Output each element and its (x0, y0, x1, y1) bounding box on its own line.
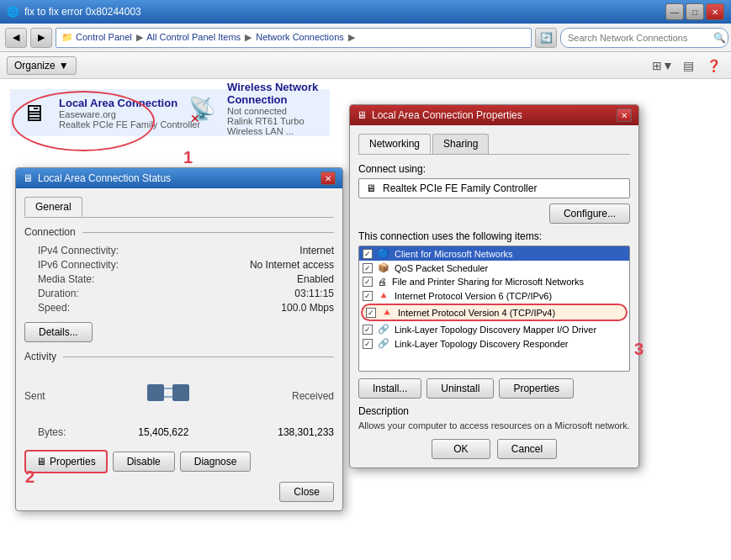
address-bar: ◀ ▶ 📁 Control Panel ▶ All Control Panel … (0, 24, 731, 52)
list-item-qos[interactable]: 📦 QoS Packet Scheduler (359, 261, 629, 275)
details-button[interactable]: Details... (24, 322, 93, 342)
ipv6-value: No Internet access (250, 259, 334, 271)
preview-icon[interactable]: ▤ (677, 55, 699, 77)
sent-bytes: 15,405,622 (138, 426, 188, 438)
items-list: 🔵 Client for Microsoft Networks 📦 QoS Pa… (358, 246, 630, 372)
item-label-client: Client for Microsoft Networks (395, 249, 513, 259)
organize-button[interactable]: Organize ▼ (7, 56, 77, 75)
status-dialog-body: General Connection IPv4 Connectivity: In… (16, 188, 342, 510)
network-icon-local: 🖥 (17, 96, 50, 129)
props-tabs: Networking Sharing (358, 134, 630, 155)
diagnose-button[interactable]: Diagnose (180, 452, 252, 472)
media-row: Media State: Enabled (24, 273, 334, 285)
list-item-topology-responder[interactable]: 🔗 Link-Layer Topology Discovery Responde… (359, 336, 629, 351)
breadcrumb: 📁 Control Panel ▶ All Control Panel Item… (61, 32, 357, 43)
adapter-name: Realtek PCIe FE Family Controller (383, 182, 537, 194)
props-dialog: 🖥 Local Area Connection Properties ✕ Net… (349, 104, 639, 468)
item-icon-topology-responder: 🔗 (378, 338, 389, 349)
speed-value: 100.0 Mbps (281, 302, 334, 314)
forward-button[interactable]: ▶ (30, 28, 52, 48)
checkbox-qos[interactable] (363, 263, 373, 273)
ok-cancel-row: OK Cancel (358, 439, 630, 459)
list-item-fileprint[interactable]: 🖨 File and Printer Sharing for Microsoft… (359, 275, 629, 288)
title-bar: 🌐 fix to fix error 0x80244003 — □ ✕ (0, 0, 731, 24)
status-dialog-titlebar: 🖥 Local Area Connection Status ✕ (16, 168, 342, 188)
ipv4-label: IPv4 Connectivity: (38, 245, 119, 256)
checkbox-ipv4[interactable] (366, 308, 376, 318)
description-text: Allows your computer to access resources… (358, 420, 630, 431)
refresh-button[interactable]: 🔄 (535, 28, 557, 48)
description-section: Description Allows your computer to acce… (358, 405, 630, 431)
speed-label: Speed: (38, 302, 70, 314)
install-button[interactable]: Install... (358, 378, 421, 399)
received-label: Received (292, 390, 334, 402)
list-item-ipv6[interactable]: 🔺 Internet Protocol Version 6 (TCP/IPv6) (359, 288, 629, 303)
ipv6-row: IPv6 Connectivity: No Internet access (24, 259, 334, 271)
organize-label: Organize (14, 60, 56, 71)
iiu-row: Install... Uninstall Properties (358, 378, 630, 399)
cancel-button[interactable]: Cancel (497, 439, 557, 459)
item-properties-button[interactable]: Properties (499, 378, 574, 399)
checkbox-topology-responder[interactable] (363, 339, 373, 349)
checkbox-client[interactable] (363, 249, 373, 259)
uninstall-button[interactable]: Uninstall (426, 378, 494, 399)
checkbox-topology-mapper[interactable] (363, 325, 373, 335)
tab-general[interactable]: General (24, 197, 82, 217)
help-icon[interactable]: ❓ (702, 55, 724, 77)
toolbar-right: ⊞▼ ▤ ❓ (652, 55, 724, 77)
main-content: 1 🖥 Local Area Connection Easeware.org R… (0, 79, 731, 560)
checkbox-ipv6[interactable] (363, 291, 373, 301)
status-dialog: 🖥 Local Area Connection Status ✕ General… (15, 167, 343, 511)
status-dialog-title: Local Area Connection Status (38, 172, 171, 184)
minimize-button[interactable]: — (665, 3, 684, 20)
duration-row: Duration: 03:11:15 (24, 288, 334, 299)
item-icon-topology-mapper: 🔗 (378, 324, 389, 335)
ok-button[interactable]: OK (432, 439, 490, 459)
list-item-ipv4[interactable]: 🔺 Internet Protocol Version 4 (TCP/IPv4) (361, 304, 628, 321)
checkbox-fileprint[interactable] (363, 277, 373, 287)
activity-arrows-svg (143, 376, 193, 409)
wireless-connection-item[interactable]: 📡 ✕ Wireless Network Connection Not conn… (178, 74, 330, 143)
properties-button[interactable]: 🖥 Properties (24, 450, 108, 473)
props-dialog-close[interactable]: ✕ (617, 108, 632, 122)
status-dialog-icon: 🖥 (23, 172, 33, 184)
media-value: Enabled (297, 273, 334, 285)
bottom-buttons: 🖥 Properties Disable Diagnose (24, 450, 334, 473)
annotation-1: 1 (183, 148, 193, 167)
view-options-icon[interactable]: ⊞▼ (652, 55, 674, 77)
bytes-label: Bytes: (38, 426, 66, 438)
props-dialog-title: Local Area Connection Properties (372, 109, 522, 121)
adapter-icon: 🖥 (366, 182, 376, 194)
annotation-2: 2 (25, 468, 34, 487)
tab-sharing[interactable]: Sharing (432, 134, 489, 154)
configure-row: Configure... (358, 203, 630, 224)
item-icon-fileprint: 🖨 (378, 277, 387, 287)
bytes-row: Bytes: 15,405,622 138,301,233 (24, 426, 334, 438)
window-title: fix to fix error 0x80244003 (24, 6, 141, 18)
list-item-topology-mapper[interactable]: 🔗 Link-Layer Topology Discovery Mapper I… (359, 322, 629, 336)
adapter-box: 🖥 Realtek PCIe FE Family Controller (358, 178, 630, 198)
connect-using-label: Connect using: (358, 163, 630, 175)
close-button-status[interactable]: Close (279, 482, 334, 502)
speed-row: Speed: 100.0 Mbps (24, 302, 334, 314)
item-label-topology-responder: Link-Layer Topology Discovery Responder (395, 339, 568, 349)
tab-networking[interactable]: Networking (358, 134, 431, 154)
wireless-conn-status: Not connected (227, 106, 323, 116)
status-dialog-close[interactable]: ✕ (320, 172, 336, 185)
properties-label: Properties (50, 456, 96, 468)
disable-button[interactable]: Disable (113, 452, 175, 472)
description-label: Description (358, 405, 630, 417)
search-input[interactable] (560, 28, 728, 48)
ipv4-row: IPv4 Connectivity: Internet (24, 245, 334, 256)
props-dialog-body: Networking Sharing Connect using: 🖥 Real… (350, 125, 638, 468)
activity-section-title: Activity (24, 351, 334, 364)
network-activity-icon (143, 376, 193, 416)
list-item-client-networks[interactable]: 🔵 Client for Microsoft Networks (359, 246, 629, 261)
maximize-button[interactable]: □ (686, 3, 704, 20)
close-button[interactable]: ✕ (706, 3, 724, 20)
back-button[interactable]: ◀ (5, 28, 27, 48)
duration-label: Duration: (38, 288, 79, 299)
configure-button[interactable]: Configure... (549, 203, 630, 224)
address-path[interactable]: 📁 Control Panel ▶ All Control Panel Item… (56, 28, 532, 48)
search-icon: 🔍 (713, 32, 726, 44)
